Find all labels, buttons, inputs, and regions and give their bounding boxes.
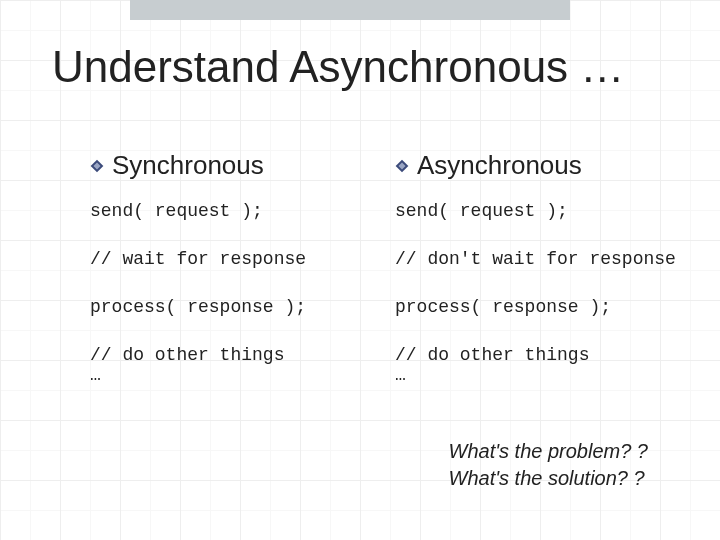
- column-asynchronous: Asynchronous send( request ); // don't w…: [395, 150, 690, 413]
- slide: Understand Asynchronous … Synchronous se…: [0, 0, 720, 540]
- question-text: What's the problem? ?: [449, 438, 648, 465]
- column-synchronous: Synchronous send( request ); // wait for…: [90, 150, 385, 413]
- code-block-synchronous: send( request ); // wait for response pr…: [90, 201, 385, 385]
- code-line: // wait for response: [90, 249, 385, 269]
- diamond-bullet-icon: [395, 159, 409, 173]
- diamond-bullet-icon: [90, 159, 104, 173]
- code-line: // do other things …: [90, 345, 385, 385]
- code-line: process( response );: [90, 297, 385, 317]
- code-line: send( request );: [395, 201, 690, 221]
- code-line: // do other things …: [395, 345, 690, 385]
- code-line: // don't wait for response: [395, 249, 690, 269]
- heading-row: Asynchronous: [395, 150, 690, 181]
- code-block-asynchronous: send( request ); // don't wait for respo…: [395, 201, 690, 385]
- code-line: process( response );: [395, 297, 690, 317]
- top-bar-accent: [130, 0, 570, 20]
- question-block: What's the problem? ? What's the solutio…: [449, 438, 648, 492]
- question-text: What's the solution? ?: [449, 465, 648, 492]
- columns: Synchronous send( request ); // wait for…: [90, 150, 690, 413]
- heading-row: Synchronous: [90, 150, 385, 181]
- code-line: send( request );: [90, 201, 385, 221]
- column-heading: Synchronous: [112, 150, 264, 181]
- slide-title: Understand Asynchronous …: [52, 42, 624, 92]
- column-heading: Asynchronous: [417, 150, 582, 181]
